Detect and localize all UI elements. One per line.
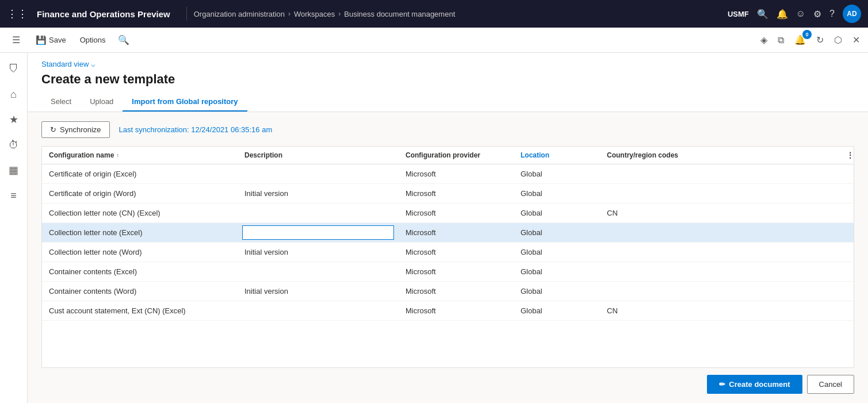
table-row[interactable]: Certificate of origin (Excel) Microsoft …: [42, 164, 854, 184]
notifications-icon[interactable]: 🔔: [777, 9, 788, 20]
cell-country: [600, 282, 840, 301]
tab-import-global[interactable]: Import from Global repository: [123, 93, 247, 112]
save-button[interactable]: 💾 Save: [30, 33, 72, 48]
search-icon[interactable]: 🔍: [757, 9, 768, 20]
open-new-window-icon[interactable]: ⬡: [831, 32, 846, 48]
chevron-down-icon: ⌵: [91, 60, 95, 68]
cell-description: [238, 204, 399, 222]
cancel-button[interactable]: Cancel: [807, 375, 854, 394]
pencil-icon: ✏: [719, 380, 725, 389]
cell-location: Global: [514, 301, 600, 320]
data-table: Configuration name ↑ Description Configu…: [41, 146, 854, 368]
command-search-icon[interactable]: 🔍: [118, 34, 129, 45]
column-header-location: Location: [514, 147, 600, 164]
table-row[interactable]: Certificate of origin (Word) Initial ver…: [42, 184, 854, 204]
cell-location: Global: [514, 184, 600, 203]
cell-config-name: Container contents (Excel): [42, 262, 238, 281]
nav-divider: [186, 7, 187, 21]
cell-more: [840, 223, 854, 242]
sidebar-favorites-icon[interactable]: ★: [2, 108, 25, 131]
cell-config-name: Cust account statement, Ext (CN) (Excel): [42, 301, 238, 320]
cell-config-name: Certificate of origin (Word): [42, 184, 238, 203]
cell-config-name: Collection letter note (Word): [42, 243, 238, 262]
cell-more: [840, 262, 854, 281]
cell-country: [600, 184, 840, 203]
table-scroll-area[interactable]: Certificate of origin (Excel) Microsoft …: [42, 164, 854, 364]
table-row[interactable]: Container contents (Word) Initial versio…: [42, 282, 854, 301]
cell-location: Global: [514, 204, 600, 222]
cell-country: CN: [600, 301, 840, 320]
app-grid-icon[interactable]: ⋮⋮: [7, 7, 28, 20]
breadcrumb-item-3[interactable]: Business document management: [344, 10, 455, 18]
options-button[interactable]: Options: [74, 33, 112, 47]
sidebar-recent-icon[interactable]: ⏱: [2, 133, 25, 156]
breadcrumb-item-2[interactable]: Workspaces: [294, 10, 335, 18]
column-header-description: Description: [238, 147, 399, 164]
cell-more: [840, 282, 854, 301]
column-header-configuration-name[interactable]: Configuration name ↑: [42, 147, 238, 164]
tab-upload[interactable]: Upload: [81, 93, 123, 112]
cell-provider: Microsoft: [399, 262, 514, 281]
column-header-country: Country/region codes: [600, 147, 840, 164]
tab-select[interactable]: Select: [41, 93, 81, 112]
company-selector[interactable]: USMF: [728, 10, 749, 18]
tabs-container: Select Upload Import from Global reposit…: [41, 93, 854, 112]
split-view-icon[interactable]: ⧉: [774, 33, 787, 48]
table-row[interactable]: Container contents (Excel) Microsoft Glo…: [42, 262, 854, 282]
sort-icon-config-name: ↑: [116, 152, 119, 159]
cell-description: Initial version: [238, 243, 399, 262]
cell-location: Global: [514, 243, 600, 262]
avatar[interactable]: AD: [843, 5, 861, 23]
cell-description: Initial version: [238, 282, 399, 301]
page-title: Create a new template: [41, 72, 854, 87]
cell-description-editable[interactable]: [238, 223, 399, 242]
column-header-more[interactable]: ⋮: [840, 147, 854, 164]
sync-icon: ↻: [50, 125, 56, 134]
content-area: Standard view ⌵ Create a new template Se…: [28, 53, 868, 403]
cell-provider: Microsoft: [399, 164, 514, 183]
sync-bar: ↻ Synchronize Last synchronization: 12/2…: [41, 121, 854, 138]
table-header: Configuration name ↑ Description Configu…: [42, 147, 854, 164]
sidebar: ⛉ ⌂ ★ ⏱ ▦ ≡: [0, 53, 28, 403]
synchronize-button[interactable]: ↻ Synchronize: [41, 121, 110, 138]
hamburger-menu-icon[interactable]: ☰: [5, 29, 28, 52]
cell-more: [840, 243, 854, 262]
cell-provider: Microsoft: [399, 204, 514, 222]
settings-icon[interactable]: ⚙: [813, 9, 821, 20]
cell-location: Global: [514, 282, 600, 301]
description-edit-input[interactable]: [242, 225, 394, 240]
table-row-selected[interactable]: Collection letter note (Excel) Microsoft…: [42, 223, 854, 243]
create-document-button[interactable]: ✏ Create document: [707, 375, 802, 394]
table-row[interactable]: Collection letter note (CN) (Excel) Micr…: [42, 204, 854, 223]
help-icon[interactable]: ?: [829, 9, 835, 19]
cell-provider: Microsoft: [399, 223, 514, 242]
view-selector[interactable]: Standard view ⌵: [41, 60, 854, 68]
footer-buttons: ✏ Create document Cancel: [41, 368, 854, 394]
breadcrumb-chevron-1: ›: [288, 10, 290, 18]
sidebar-home-icon[interactable]: ⌂: [2, 83, 25, 106]
command-bar-right: ◈ ⧉ 🔔 0 ↻ ⬡ ✕: [757, 32, 863, 48]
breadcrumb: Organization administration › Workspaces…: [194, 10, 723, 18]
top-nav-right: USMF 🔍 🔔 ☺ ⚙ ? AD: [728, 5, 861, 23]
sidebar-filter-icon[interactable]: ⛉: [2, 57, 25, 80]
close-icon[interactable]: ✕: [849, 32, 863, 48]
cell-description: [238, 164, 399, 183]
breadcrumb-item-1[interactable]: Organization administration: [194, 10, 285, 18]
cell-location: Global: [514, 164, 600, 183]
sidebar-modules-icon[interactable]: ≡: [2, 184, 25, 207]
column-header-provider: Configuration provider: [399, 147, 514, 164]
cell-config-name: Certificate of origin (Excel): [42, 164, 238, 183]
last-sync-text: Last synchronization: 12/24/2021 06:35:1…: [119, 125, 273, 134]
table-row[interactable]: Collection letter note (Word) Initial ve…: [42, 243, 854, 262]
breadcrumb-chevron-2: ›: [338, 10, 341, 18]
sidebar-workspaces-icon[interactable]: ▦: [2, 159, 25, 182]
cell-more: [840, 301, 854, 320]
palette-icon[interactable]: ◈: [757, 32, 771, 48]
refresh-icon[interactable]: ↻: [813, 32, 827, 48]
page-header: Standard view ⌵ Create a new template Se…: [28, 53, 868, 112]
smiley-icon[interactable]: ☺: [796, 9, 805, 19]
cell-description: [238, 262, 399, 281]
cell-location: Global: [514, 262, 600, 281]
cell-config-name: Collection letter note (CN) (Excel): [42, 204, 238, 222]
table-row[interactable]: Cust account statement, Ext (CN) (Excel)…: [42, 301, 854, 321]
